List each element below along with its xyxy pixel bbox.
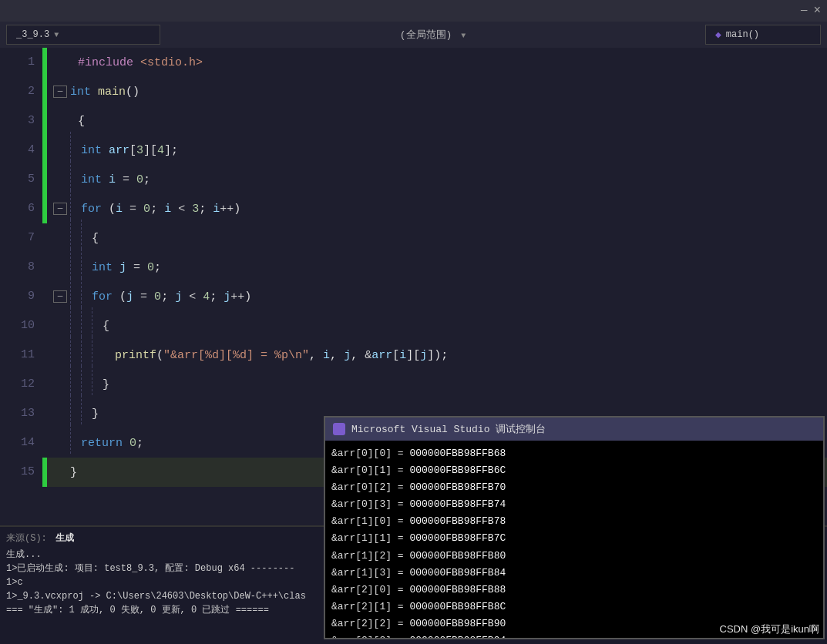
line-num-15: 15 — [0, 458, 42, 487]
code-line-6: ─ for ( i = 0 ; i < 3 ; i ++ ) — [47, 194, 827, 223]
code-line-5: int i = 0 ; — [47, 165, 827, 194]
line-num-13: 13 — [0, 399, 42, 428]
scope-file-arrow: ▼ — [54, 31, 59, 39]
code-line-7: { — [47, 223, 827, 253]
line-num-2: 2 — [0, 77, 42, 106]
debug-line-10: &arr[2][1] = 000000FBB98FFB8C — [331, 599, 817, 615]
debug-line-1: &arr[0][0] = 000000FBB98FFB68 — [331, 445, 817, 462]
debug-line-4: &arr[0][3] = 000000FBB98FFB74 — [331, 496, 817, 513]
debug-console-body: &arr[0][0] = 000000FBB98FFB68 &arr[0][1]… — [325, 441, 823, 638]
code-line-11: printf ( "&arr[%d][%d] = %p\n" , i , j ,… — [47, 340, 827, 370]
debug-console-icon — [333, 423, 345, 435]
func-selector[interactable]: ◆ main() — [705, 25, 821, 45]
line-num-3: 3 — [0, 106, 42, 136]
csdn-watermark: CSDN @我可是ikun啊 — [720, 622, 820, 636]
code-line-10: { — [47, 311, 827, 340]
line-num-12: 12 — [0, 370, 42, 399]
code-line-3: { — [47, 106, 827, 136]
scope-file-selector[interactable]: _3_9.3 ▼ — [6, 25, 160, 45]
debug-line-5: &arr[1][0] = 000000FBB98FFB78 — [331, 513, 817, 530]
line-num-10: 10 — [0, 311, 42, 340]
minimize-icon[interactable]: ─ — [801, 5, 807, 17]
func-icon: ◆ — [715, 29, 721, 41]
line-num-8: 8 — [0, 253, 42, 282]
debug-console-title-bar: Microsoft Visual Studio 调试控制台 — [325, 418, 823, 441]
line-num-14: 14 — [0, 428, 42, 458]
top-bar: ─ × — [0, 0, 827, 22]
code-line-2: ─ int main () — [47, 77, 827, 106]
debug-console-title-text: Microsoft Visual Studio 调试控制台 — [351, 422, 546, 436]
fold-btn-9[interactable]: ─ — [53, 290, 67, 303]
line-num-9: 9 — [0, 282, 42, 311]
debug-line-9: &arr[2][0] = 000000FBB98FFB88 — [331, 582, 817, 599]
toolbar: _3_9.3 ▼ (全局范围) ▼ ◆ main() — [0, 22, 827, 48]
code-line-12: } — [47, 370, 827, 399]
code-line-1: #include <stdio.h> — [47, 48, 827, 77]
func-label: main() — [726, 29, 759, 40]
debug-line-8: &arr[1][3] = 000000FBB98FFB84 — [331, 565, 817, 582]
debug-console: Microsoft Visual Studio 调试控制台 &arr[0][0]… — [324, 416, 825, 639]
fold-btn-2[interactable]: ─ — [53, 86, 67, 98]
code-line-8: int j = 0 ; — [47, 253, 827, 282]
line-num-4: 4 — [0, 136, 42, 165]
debug-line-7: &arr[1][2] = 000000FBB98FFB80 — [331, 548, 817, 565]
debug-line-3: &arr[0][2] = 000000FBB98FFB70 — [331, 479, 817, 496]
debug-line-6: &arr[1][1] = 000000FBB98FFB7C — [331, 530, 817, 547]
line-num-1: 1 — [0, 48, 42, 77]
scope-global-label: (全局范围) ▼ — [160, 28, 705, 42]
line-num-6: 6 — [0, 194, 42, 223]
code-line-9: ─ for ( j = 0 ; j < 4 ; j ++ ) — [47, 282, 827, 311]
line-num-5: 5 — [0, 165, 42, 194]
line-numbers: 1 2 3 4 5 6 7 8 9 10 11 12 13 14 15 — [0, 48, 42, 525]
close-icon[interactable]: × — [813, 4, 821, 18]
line-num-11: 11 — [0, 340, 42, 370]
scope-file-label: _3_9.3 — [16, 29, 49, 40]
debug-line-2: &arr[0][1] = 000000FBB98FFB6C — [331, 462, 817, 479]
fold-btn-6[interactable]: ─ — [53, 203, 67, 215]
code-line-4: int arr [ 3 ][ 4 ]; — [47, 136, 827, 165]
line-num-7: 7 — [0, 223, 42, 253]
